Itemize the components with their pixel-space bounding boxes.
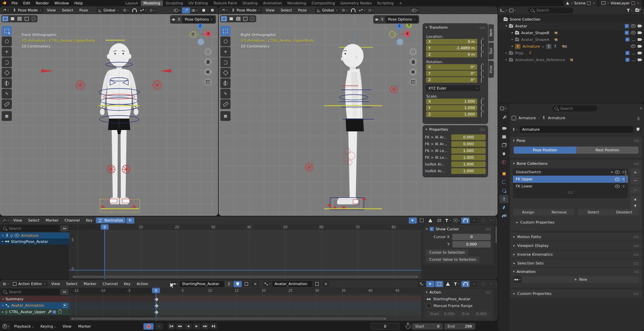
menu-view[interactable]: View [44, 7, 58, 13]
select-subtract-tool[interactable] [23, 16, 30, 22]
jump-to-end-button[interactable]: ▶ [210, 323, 217, 329]
proportional-editing-button[interactable]: ∨ [367, 7, 375, 14]
collapse-icon[interactable]: ▾ [426, 128, 427, 131]
outliner-row-avatar-shapea[interactable]: ▸ Avatar_ShapeA ▼8 ✓ [498, 36, 644, 43]
bone-collection-row-global-switch[interactable]: Global/Switch • ☆ [513, 169, 628, 176]
rotation-x-field[interactable]: X0° [426, 64, 477, 70]
drag-grip-icon[interactable] [480, 26, 485, 29]
channel-summary[interactable]: ∨ Summary [0, 296, 69, 302]
proportional-edit-icon[interactable] [479, 281, 487, 287]
end-frame-field[interactable]: End299 [444, 323, 475, 330]
location-x-field[interactable]: X0 m [426, 39, 477, 45]
select-box-tool[interactable] [221, 16, 227, 22]
camera-visibility-icon[interactable] [638, 31, 641, 34]
add-workspace-button[interactable]: + [396, 0, 405, 6]
ortho-grid-icon[interactable] [204, 78, 212, 86]
custom-prop-field[interactable]: 0.000 [451, 141, 486, 147]
exclude-checkbox[interactable]: ✓ [625, 51, 629, 55]
filter-icon[interactable]: ∨ [444, 218, 452, 224]
horizontal-scrollbar[interactable] [73, 276, 418, 278]
eye-closed-icon[interactable] [632, 39, 636, 41]
collapse-icon[interactable]: ▾ [513, 162, 515, 165]
expand-icon[interactable]: ▾ [506, 25, 507, 27]
exclude-checkbox[interactable]: ✓ [625, 24, 629, 28]
tool-measure[interactable] [220, 99, 231, 109]
sidebar-action-name[interactable]: StartingPose_Avatar [433, 297, 471, 301]
select-intersect-tool[interactable] [249, 16, 256, 22]
armature-id-icon[interactable]: ∨ [511, 126, 519, 133]
workspace-tab-geometry-nodes[interactable]: Geometry Nodes [338, 0, 374, 6]
slot-unlink-icon[interactable]: × [322, 281, 330, 287]
rotation-mode-dropdown[interactable]: XYZ Euler∨ [426, 85, 480, 91]
pin-icon[interactable] [637, 117, 640, 120]
lock-icon[interactable] [481, 40, 482, 45]
bone-collection-row-fk-upper[interactable]: FK Upper ☆ [513, 176, 628, 183]
dope-sheet-mode-dropdown[interactable]: Action Editor∨ [10, 281, 48, 287]
frame-range-start-field[interactable]: Start0.000 [427, 311, 458, 317]
workspace-tab-texture-paint[interactable]: Texture Paint [211, 0, 240, 6]
lock-icon[interactable] [481, 65, 482, 70]
tab-physics[interactable] [500, 186, 508, 195]
next-keyframe-button[interactable]: ◆▶ [202, 323, 209, 329]
n-panel-tab-item[interactable]: Item [488, 24, 494, 41]
lock-icon[interactable] [481, 112, 482, 117]
tool-annotate[interactable]: ✎ [2, 89, 12, 99]
drag-grip-icon[interactable] [634, 271, 639, 273]
snap-mode-dropdown[interactable]: ∨ [470, 218, 478, 224]
bone-collection-row-fk-lower[interactable]: FK Lower ☆ [513, 183, 628, 190]
frame-focus-icon[interactable]: ∨ [453, 218, 461, 224]
lock-icon[interactable] [481, 78, 482, 83]
snap-magnet-icon[interactable] [461, 218, 469, 224]
drag-grip-icon[interactable] [480, 128, 485, 131]
workspace-tab-sculpting[interactable]: Sculpting [163, 0, 186, 6]
editor-type-3d-viewport[interactable]: ∨ [2, 7, 10, 14]
outliner-search-input[interactable] [528, 7, 573, 14]
tool-add[interactable]: ▦ [220, 111, 231, 121]
character-front[interactable] [34, 29, 179, 214]
lock-icon[interactable] [481, 106, 482, 111]
lock-icon[interactable] [481, 99, 482, 104]
visibility-dropdown-button[interactable]: ∨ [411, 7, 420, 14]
transform-orientation[interactable]: Global∨ [96, 7, 121, 13]
menu-edit[interactable]: Edit [20, 0, 33, 6]
scale-x-field[interactable]: X1.000 [426, 99, 477, 104]
unlink-action-icon[interactable]: × [251, 281, 259, 287]
playhead-badge[interactable]: 0 [152, 288, 160, 293]
copy-icon[interactable] [587, 1, 591, 5]
new-collection-button[interactable]: + [634, 7, 642, 14]
menu-render[interactable]: Render [33, 0, 52, 6]
eye-closed-icon[interactable] [632, 59, 636, 61]
eye-icon[interactable] [631, 24, 636, 28]
channel-avatar-animation[interactable]: ∨ Avatar_Animation [0, 302, 69, 309]
menu-keying[interactable]: Keying ∨ [38, 324, 59, 329]
tab-output[interactable] [500, 133, 508, 141]
channel-search-input[interactable] [1, 289, 60, 295]
menu-action[interactable]: Action [134, 281, 151, 287]
camera-view-icon[interactable] [204, 68, 212, 76]
tab-bone-constraint[interactable] [500, 212, 508, 220]
custom-prop-field[interactable]: 0.000 [451, 134, 486, 140]
tab-world[interactable] [500, 158, 508, 166]
filter-icon[interactable]: ∨ [453, 281, 461, 287]
selected-only-keys-icon[interactable] [435, 281, 443, 287]
gizmo-z-axis[interactable]: Z [197, 23, 203, 29]
only-selected-icon[interactable] [409, 218, 417, 224]
navigation-gizmo[interactable]: Z Y X [188, 22, 212, 45]
panel-inverse-kinematics[interactable]: ▸Inverse Kinematics [510, 250, 642, 258]
only-selected-icon[interactable] [426, 281, 434, 287]
tool-move[interactable]: ✛ [220, 47, 231, 57]
tool-transform[interactable] [220, 78, 231, 88]
close-x-button[interactable]: X [379, 17, 385, 22]
tab-object[interactable] [500, 170, 508, 178]
lock-icon[interactable] [481, 71, 482, 76]
custom-prop-field[interactable]: 1.000 [451, 148, 486, 154]
bone-collections-custom-properties[interactable]: ▸Custom Properties [516, 221, 555, 224]
falloff-dropdown[interactable]: ∧∨ [488, 281, 496, 287]
zoom-icon[interactable] [204, 48, 212, 55]
playhead-line[interactable] [104, 224, 105, 279]
collapse-icon[interactable]: ▾ [426, 228, 428, 231]
cursor-value-to-selection-button[interactable]: Cursor Value to Selection [426, 256, 480, 263]
panel-custom-properties[interactable]: ▸Custom Properties [510, 289, 642, 298]
channel-filter-invert-icon[interactable]: ↔ [60, 225, 69, 231]
properties-search-input[interactable] [552, 105, 597, 111]
